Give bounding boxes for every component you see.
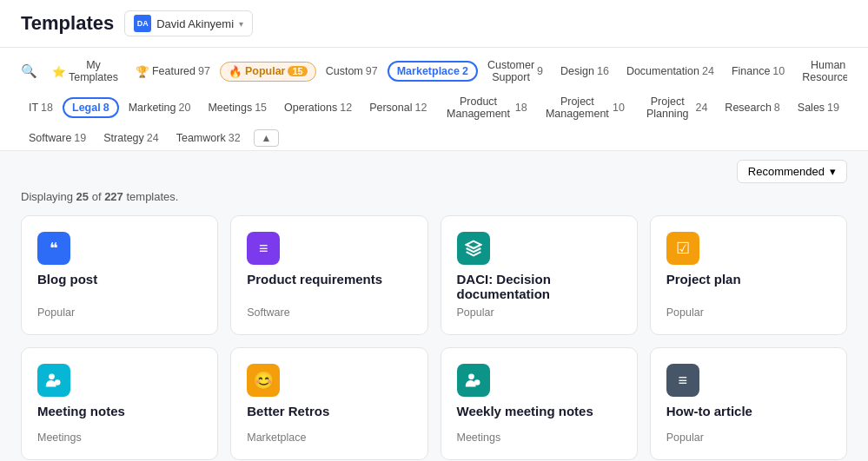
svg-point-0 <box>49 374 55 380</box>
filter-strategy[interactable]: Strategy 24 <box>96 129 166 147</box>
card-icon: ☑ <box>666 232 699 265</box>
filter-sales[interactable]: Sales 19 <box>790 99 847 116</box>
card-better-retros[interactable]: 😊 Better Retros Marketplace <box>230 347 427 460</box>
card-title: Better Retros <box>247 404 411 418</box>
filter-design[interactable]: Design 16 <box>553 63 617 80</box>
card-tag: Marketplace <box>247 431 411 444</box>
filter-product-management[interactable]: Product Management 18 <box>436 93 534 122</box>
filter-row-2: IT 18 Legal 8 Marketing 20 Meetings 15 O… <box>21 89 847 126</box>
page-title: Templates <box>21 12 114 35</box>
svg-point-1 <box>468 374 474 380</box>
card-title: Blog post <box>37 272 202 286</box>
sort-chevron-icon: ▾ <box>830 165 836 178</box>
card-weekly-meeting-notes[interactable]: Weekly meeting notes Meetings <box>441 347 638 460</box>
display-shown: 25 <box>76 190 89 203</box>
filter-popular[interactable]: 🔥 Popular 15 <box>220 62 316 82</box>
filter-operations[interactable]: Operations 12 <box>276 99 360 116</box>
filter-software[interactable]: Software 19 <box>21 129 94 147</box>
filter-documentation[interactable]: Documentation 24 <box>619 63 722 80</box>
card-product-requirements[interactable]: ≡ Product requirements Software <box>230 215 427 335</box>
filter-customer-support[interactable]: Customer Support 9 <box>480 56 551 86</box>
card-icon: ≡ <box>247 232 280 265</box>
display-label: templates. <box>126 190 178 203</box>
collapse-filters-button[interactable]: ▲ <box>254 129 280 147</box>
card-project-plan[interactable]: ☑ Project plan Popular <box>650 215 847 335</box>
card-title: Weekly meeting notes <box>457 404 621 418</box>
card-icon <box>457 364 490 397</box>
card-tag: Popular <box>666 306 831 319</box>
user-name: David Akinyemi <box>156 17 234 30</box>
chevron-down-icon: ▾ <box>239 19 243 29</box>
card-blog-post[interactable]: ❝ Blog post Popular <box>21 215 218 335</box>
card-meeting-notes[interactable]: Meeting notes Meetings <box>21 347 218 460</box>
filter-featured[interactable]: 🏆 Featured 97 <box>128 63 218 81</box>
card-tag: Meetings <box>457 431 621 444</box>
card-icon: ❝ <box>37 232 70 265</box>
filter-research[interactable]: Research 8 <box>717 99 787 116</box>
card-icon: 😊 <box>247 364 280 397</box>
filter-project-management[interactable]: Project Management 10 <box>537 93 633 122</box>
filter-project-planning[interactable]: Project Planning 24 <box>634 93 715 122</box>
filter-meetings[interactable]: Meetings 15 <box>200 99 275 116</box>
card-tag: Meetings <box>37 431 202 444</box>
card-title: Product requirements <box>247 272 411 286</box>
card-tag: Popular <box>457 306 621 319</box>
header: Templates DA David Akinyemi ▾ <box>0 0 868 48</box>
card-title: DACI: Decision documentation <box>457 272 621 301</box>
card-tag: Popular <box>666 431 831 444</box>
filter-my-templates[interactable]: ⭐ My Templates <box>44 56 126 86</box>
filter-human-resources[interactable]: Human Resources 16 <box>794 56 847 86</box>
filter-personal[interactable]: Personal 12 <box>361 99 434 116</box>
filter-row-1: 🔍 ⭐ My Templates 🏆 Featured 97 🔥 Popular… <box>21 53 847 89</box>
card-icon <box>37 364 70 397</box>
card-title: Project plan <box>666 272 831 286</box>
sort-label: Recommended <box>748 165 825 178</box>
card-title: Meeting notes <box>37 404 202 418</box>
filter-it[interactable]: IT 18 <box>21 99 61 116</box>
user-avatar: DA <box>134 15 151 32</box>
search-icon[interactable]: 🔍 <box>21 63 37 79</box>
display-total: 227 <box>104 190 123 203</box>
content-area: Displaying 25 of 227 templates. ❝ Blog p… <box>0 187 868 461</box>
sort-bar: Recommended ▾ <box>0 151 868 187</box>
card-tag: Popular <box>37 306 202 319</box>
filter-custom[interactable]: Custom 97 <box>318 63 386 80</box>
card-daci[interactable]: DACI: Decision documentation Popular <box>441 215 638 335</box>
filter-row-3: Software 19 Strategy 24 Teamwork 32 ▲ <box>21 126 847 150</box>
filter-marketplace[interactable]: Marketplace 2 <box>388 61 478 82</box>
filter-marketing[interactable]: Marketing 20 <box>121 99 199 116</box>
user-selector[interactable]: DA David Akinyemi ▾ <box>124 10 253 36</box>
filter-legal[interactable]: Legal 8 <box>63 97 119 118</box>
card-how-to-article[interactable]: ≡ How-to article Popular <box>650 347 847 460</box>
filter-finance[interactable]: Finance 10 <box>724 63 792 80</box>
card-title: How-to article <box>666 404 831 418</box>
filter-teamwork[interactable]: Teamwork 32 <box>169 129 248 147</box>
card-icon <box>457 232 490 265</box>
templates-grid: ❝ Blog post Popular ≡ Product requiremen… <box>21 215 847 461</box>
display-count: Displaying 25 of 227 templates. <box>21 190 847 203</box>
filters-panel: 🔍 ⭐ My Templates 🏆 Featured 97 🔥 Popular… <box>0 48 868 151</box>
card-icon: ≡ <box>666 364 699 397</box>
sort-select[interactable]: Recommended ▾ <box>737 160 847 183</box>
card-tag: Software <box>247 306 411 319</box>
